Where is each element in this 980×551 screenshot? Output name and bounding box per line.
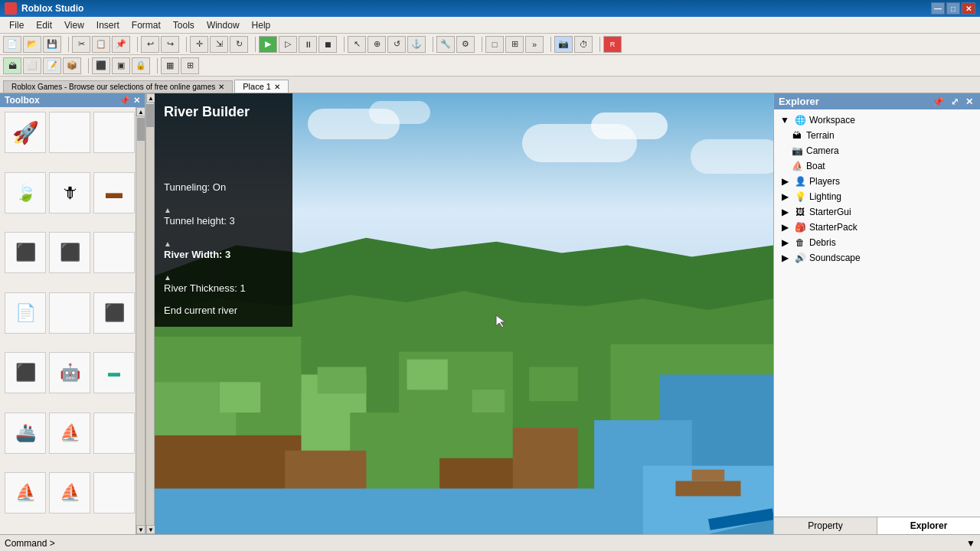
explorer-tab[interactable]: Explorer xyxy=(877,517,980,534)
script-btn[interactable]: 📝 xyxy=(43,57,61,74)
toolbox-item-boat-brown[interactable]: ⛵ xyxy=(49,412,90,454)
move-button[interactable]: ✛ xyxy=(190,36,208,53)
toolbox-item-doc-x[interactable]: 📄 xyxy=(5,292,46,334)
property-tab[interactable]: Property xyxy=(774,517,877,534)
view-btn-2[interactable]: ⊞ xyxy=(505,36,524,53)
terrain-btn[interactable]: 🏔 xyxy=(3,57,21,74)
scroll-down[interactable]: ▼ xyxy=(136,525,145,534)
undo-button[interactable]: ↩ xyxy=(141,36,159,53)
tab-place1[interactable]: Place 1 ✕ xyxy=(234,80,289,93)
tab-place1-close[interactable]: ✕ xyxy=(274,83,280,91)
toolbox-item-empty6[interactable] xyxy=(93,472,135,514)
insert-model[interactable]: 📦 xyxy=(63,57,81,74)
scroll-up[interactable]: ▲ xyxy=(136,107,145,116)
menu-format[interactable]: Format xyxy=(126,18,167,32)
tree-starterpack[interactable]: ▶ 🎒 StarterPack xyxy=(774,220,980,235)
explorer-pin[interactable]: 📌 xyxy=(930,96,946,107)
lock-btn[interactable]: 🔒 xyxy=(132,57,150,74)
tool-extra-2[interactable]: ⚙ xyxy=(456,36,475,53)
end-river-label[interactable]: End current river xyxy=(164,305,237,316)
grid-btn[interactable]: ⊞ xyxy=(181,57,199,74)
menu-edit[interactable]: Edit xyxy=(30,18,58,32)
toolbox-item-blue[interactable]: ⛵ xyxy=(5,472,46,514)
time-btn[interactable]: ⏱ xyxy=(574,36,593,53)
fill-btn[interactable]: ▦ xyxy=(161,57,179,74)
rotate-button[interactable]: ↻ xyxy=(230,36,248,53)
stop-button[interactable]: ⏹ xyxy=(318,36,337,53)
pause-button[interactable]: ⏸ xyxy=(299,36,317,53)
toolbox-item-green-block[interactable]: ⬛ xyxy=(93,292,135,334)
toolbox-scrollbar[interactable]: ▲ ▼ xyxy=(136,107,145,534)
play-button[interactable]: ▶ xyxy=(259,36,277,53)
scale-button[interactable]: ⇲ xyxy=(210,36,228,53)
anchor-button[interactable]: ⚓ xyxy=(407,36,426,53)
menu-file[interactable]: File xyxy=(3,18,30,32)
window-controls[interactable]: — □ ✕ xyxy=(931,2,975,15)
group-btn[interactable]: ▣ xyxy=(112,57,130,74)
tree-workspace[interactable]: ▼ 🌐 Workspace xyxy=(774,112,980,128)
select-button[interactable]: ↖ xyxy=(348,36,366,53)
tool-extra-1[interactable]: 🔧 xyxy=(436,36,455,53)
explorer-close[interactable]: ✕ xyxy=(963,96,975,107)
tree-startergui[interactable]: ▶ 🖼 StarterGui xyxy=(774,204,980,220)
refresh-button[interactable]: ↺ xyxy=(387,36,406,53)
roblox-btn[interactable]: R xyxy=(603,36,622,53)
river-width-arrow[interactable]: ▲ xyxy=(164,240,172,248)
tunnel-height-arrow[interactable]: ▲ xyxy=(164,206,172,214)
tree-soundscape[interactable]: ▶ 🔊 Soundscape xyxy=(774,250,980,266)
menu-window[interactable]: Window xyxy=(201,18,246,32)
tab-games[interactable]: Roblox Games - Browse our selections of … xyxy=(3,80,233,93)
toolbox-item-rocket[interactable]: 🚀 xyxy=(5,112,46,153)
paste-button[interactable]: 📌 xyxy=(112,36,130,53)
part-btn[interactable]: ⬜ xyxy=(23,57,41,74)
scroll-thumb[interactable] xyxy=(137,118,145,141)
toolbox-item-gray-block[interactable]: ⬛ xyxy=(5,352,46,393)
river-thickness-arrow[interactable]: ▲ xyxy=(164,273,172,282)
copy-button[interactable]: 📋 xyxy=(92,36,110,53)
viewport[interactable]: River Builder Tunneling: On ▲ Tunnel hei… xyxy=(155,93,773,534)
toolbox-close[interactable]: ✕ xyxy=(133,96,140,106)
explorer-popout[interactable]: ⤢ xyxy=(949,96,961,107)
tree-boat[interactable]: ⛵ Boat xyxy=(774,158,980,174)
vp-scroll-thumb[interactable] xyxy=(146,104,154,127)
tree-terrain[interactable]: 🏔 Terrain xyxy=(774,128,980,143)
toolbox-item-empty2[interactable] xyxy=(93,112,135,153)
open-button[interactable]: 📂 xyxy=(23,36,41,53)
command-dropdown[interactable]: ▼ xyxy=(966,538,975,549)
toolbox-item-empty3[interactable] xyxy=(93,232,135,273)
tab-games-close[interactable]: ✕ xyxy=(218,83,224,91)
toolbox-item-leaf[interactable]: 🍃 xyxy=(5,172,46,214)
play-here-button[interactable]: ▷ xyxy=(279,36,297,53)
select-all[interactable]: ⬛ xyxy=(92,57,110,74)
tree-camera[interactable]: 📷 Camera xyxy=(774,143,980,158)
toolbox-item-red[interactable]: ⛵ xyxy=(49,472,90,514)
menu-help[interactable]: Help xyxy=(246,18,277,32)
tree-players[interactable]: ▶ 👤 Players xyxy=(774,174,980,189)
more-button[interactable]: » xyxy=(525,36,544,53)
save-button[interactable]: 💾 xyxy=(43,36,61,53)
toolbox-item-empty4[interactable] xyxy=(49,292,90,334)
tree-debris[interactable]: ▶ 🗑 Debris xyxy=(774,235,980,250)
toolbox-item-log[interactable]: ▬ xyxy=(93,172,135,214)
toolbox-item-robot[interactable]: 🤖 xyxy=(49,352,90,393)
toolbox-item-box-yellow[interactable]: ⬛ xyxy=(5,232,46,273)
camera-btn[interactable]: 📷 xyxy=(554,36,573,53)
toolbox-item-green-pad[interactable]: ▬ xyxy=(93,352,135,393)
toolbox-item-empty1[interactable] xyxy=(49,112,90,153)
toolbox-pin[interactable]: 📌 xyxy=(119,96,130,106)
toolbox-item-empty5[interactable] xyxy=(93,412,135,454)
toolbox-item-brown-terrain[interactable]: ⬛ xyxy=(49,232,90,273)
new-button[interactable]: 📄 xyxy=(3,36,21,53)
minimize-button[interactable]: — xyxy=(931,2,945,15)
toolbox-item-ship[interactable]: 🚢 xyxy=(5,412,46,454)
toolbox-item-knife[interactable]: 🗡 xyxy=(49,172,90,214)
move-tool[interactable]: ⊕ xyxy=(368,36,386,53)
command-input[interactable] xyxy=(55,538,966,549)
view-btn-1[interactable]: □ xyxy=(485,36,504,53)
tree-lighting[interactable]: ▶ 💡 Lighting xyxy=(774,189,980,204)
redo-button[interactable]: ↪ xyxy=(161,36,179,53)
menu-insert[interactable]: Insert xyxy=(90,18,126,32)
cut-button[interactable]: ✂ xyxy=(72,36,90,53)
menu-tools[interactable]: Tools xyxy=(167,18,201,32)
viewport-left-scrollbar[interactable]: ▲ ▼ xyxy=(145,93,155,534)
